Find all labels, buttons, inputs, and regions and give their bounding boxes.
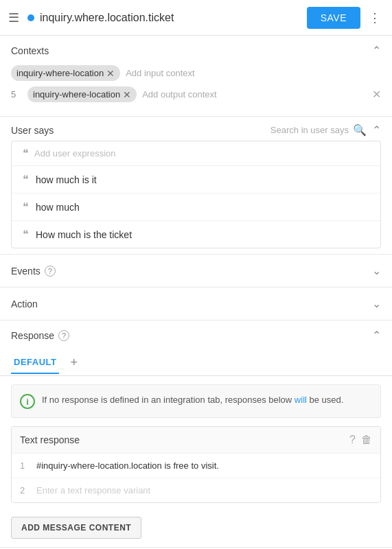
contexts-chevron-icon: ⌃ (372, 44, 381, 57)
add-message-content-button[interactable]: ADD MESSAGE CONTENT (11, 517, 141, 539)
events-chevron-icon: ⌄ (372, 264, 381, 277)
search-label: Search in user says (270, 125, 349, 135)
card-help-icon[interactable]: ? (349, 434, 356, 446)
action-chevron-icon: ⌄ (372, 297, 381, 310)
search-icon[interactable]: 🔍 (353, 124, 367, 137)
response-num-2: 2 (20, 485, 30, 495)
quote-icon-2: ❝ (23, 200, 29, 213)
output-context-chip[interactable]: inquiry-where-location ✕ (27, 86, 137, 102)
text-response-card: Text response ? 🗑 1 #inquiry-where-locat… (11, 426, 381, 503)
response-help-icon[interactable]: ? (58, 330, 69, 341)
page-title: inquiry.where.location.ticket (40, 12, 307, 24)
quote-icon-3: ❝ (23, 228, 29, 241)
card-delete-icon[interactable]: 🗑 (361, 434, 372, 446)
user-says-header: User says Search in user says 🔍 ⌃ (0, 117, 392, 141)
more-icon[interactable]: ⋮ (366, 8, 384, 28)
response-value-1: #inquiry-where-location.location is free… (36, 460, 219, 471)
add-expression-placeholder: Add user expression (34, 148, 116, 159)
tab-add-icon[interactable]: + (67, 350, 80, 375)
events-section[interactable]: Events ? ⌄ (0, 255, 392, 288)
response-header[interactable]: Response ? ⌃ (0, 320, 392, 350)
user-says-section: User says Search in user says 🔍 ⌃ ❝ Add … (0, 117, 392, 255)
info-text: If no response is defined in an integrat… (42, 393, 343, 407)
contexts-body: inquiry-where-location ✕ Add input conte… (0, 65, 392, 116)
output-context-num: 5 (11, 89, 22, 100)
tabs-row: DEFAULT + (0, 350, 392, 376)
output-context-row: 5 inquiry-where-location ✕ Add output co… (11, 86, 381, 102)
input-context-label: inquiry-where-location (16, 68, 104, 78)
user-says-label: User says (11, 125, 270, 136)
expression-row-3[interactable]: ❝ How much is the ticket (12, 221, 380, 248)
output-context-label: inquiry-where-location (33, 89, 120, 100)
output-context-close-icon[interactable]: ✕ (123, 90, 131, 100)
text-response-header: Text response ? 🗑 (12, 427, 380, 454)
response-chevron-icon: ⌃ (372, 329, 381, 342)
response-placeholder-2: Enter a text response variant (36, 485, 150, 495)
tab-default[interactable]: DEFAULT (11, 351, 59, 374)
expression-row-1[interactable]: ❝ how much is it (12, 166, 380, 194)
add-expression-row[interactable]: ❝ Add user expression (12, 141, 380, 166)
expression-text-2: how much (36, 202, 80, 213)
response-num-1: 1 (20, 460, 30, 471)
add-input-context[interactable]: Add input context (126, 68, 194, 78)
response-item-1[interactable]: 1 #inquiry-where-location.location is fr… (12, 454, 380, 478)
action-label: Action (11, 299, 38, 309)
add-output-context[interactable]: Add output context (142, 89, 216, 100)
input-context-chip[interactable]: inquiry-where-location ✕ (11, 65, 120, 81)
expression-text-1: how much is it (36, 174, 97, 185)
input-context-row: inquiry-where-location ✕ Add input conte… (11, 65, 381, 81)
status-dot (27, 14, 34, 21)
contexts-section: Contexts ⌃ inquiry-where-location ✕ Add … (0, 36, 392, 117)
contexts-header[interactable]: Contexts ⌃ (0, 36, 392, 65)
info-banner: i If no response is defined in an integr… (11, 384, 381, 418)
user-says-chevron-icon[interactable]: ⌃ (372, 124, 381, 137)
events-title-group: Events ? (11, 266, 56, 277)
events-label: Events (11, 266, 41, 277)
input-context-close-icon[interactable]: ✕ (106, 69, 115, 78)
text-response-title: Text response (20, 434, 80, 445)
response-item-2[interactable]: 2 Enter a text response variant (12, 478, 380, 502)
action-section[interactable]: Action ⌄ (0, 288, 392, 320)
header: ☰ inquiry.where.location.ticket SAVE ⋮ (0, 0, 392, 36)
search-area: Search in user says 🔍 (270, 124, 367, 137)
events-help-icon[interactable]: ? (45, 266, 56, 277)
expression-text-3: How much is the ticket (36, 229, 132, 240)
card-icons: ? 🗑 (349, 434, 372, 446)
response-label: Response (11, 330, 54, 341)
info-highlight: will (295, 395, 307, 405)
expressions-area: ❝ Add user expression ❝ how much is it ❝… (11, 141, 381, 248)
menu-icon[interactable]: ☰ (8, 10, 19, 25)
contexts-label: Contexts (11, 45, 49, 56)
expression-row-2[interactable]: ❝ how much (12, 194, 380, 221)
quote-icon: ❝ (23, 147, 29, 160)
response-title-group: Response ? (11, 330, 69, 341)
quote-icon-1: ❝ (23, 173, 29, 186)
save-button[interactable]: SAVE (307, 7, 360, 29)
output-context-delete-icon[interactable]: ✕ (372, 88, 381, 101)
response-section: Response ? ⌃ DEFAULT + i If no response … (0, 320, 392, 548)
info-circle-icon: i (20, 394, 35, 409)
